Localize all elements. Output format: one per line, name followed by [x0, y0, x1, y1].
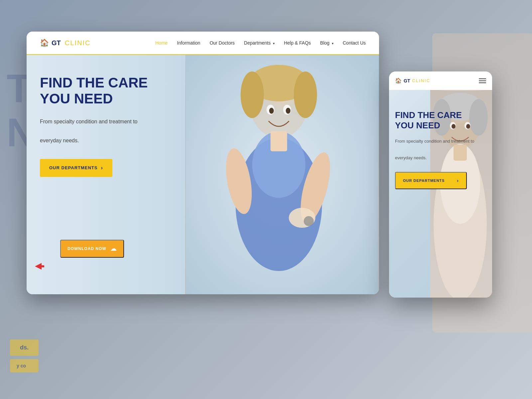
- mobile-cta-button[interactable]: OUR DEPARTMENTS ›: [395, 172, 467, 189]
- departments-chevron-icon: ▾: [273, 42, 275, 45]
- child-photo-inner: [185, 55, 379, 294]
- hero-title: FIND THE CARE YOU NEED: [40, 75, 166, 107]
- mobile-logo-brand-light: CLINIC: [412, 78, 430, 83]
- nav-item-help[interactable]: Help & FAQs: [284, 40, 311, 46]
- svg-point-15: [304, 216, 314, 226]
- mobile-cta-arrow-icon: ›: [457, 178, 459, 183]
- background-bottom: ds. y co: [10, 339, 39, 372]
- hamburger-line-2: [479, 80, 486, 81]
- child-svg: [185, 55, 379, 294]
- mobile-hero: FIND THE CARE YOU NEED From specialty co…: [389, 90, 492, 298]
- mobile-cta-label: OUR DEPARTMENTS: [403, 179, 445, 183]
- logo-home-icon: 🏠: [40, 39, 49, 47]
- nav-link-doctors[interactable]: Our Doctors: [209, 40, 234, 46]
- logo-brand-bold: GT: [52, 39, 61, 47]
- svg-point-3: [241, 71, 264, 118]
- nav-item-departments[interactable]: Departments ▾: [244, 40, 275, 46]
- nav-link-blog[interactable]: Blog ▾: [320, 40, 333, 46]
- nav-item-doctors[interactable]: Our Doctors: [209, 40, 234, 46]
- hero-subtitle: From specialty condition and treatment t…: [40, 117, 166, 146]
- nav-item-information[interactable]: Information: [177, 40, 200, 46]
- desktop-nav-links: Home Information Our Doctors Departments…: [155, 40, 366, 46]
- hero-content: FIND THE CARE YOU NEED From specialty co…: [40, 75, 166, 177]
- download-area: DOWNLOAD NOW ☁: [35, 258, 111, 276]
- desktop-logo[interactable]: 🏠 GT CLINIC: [40, 39, 90, 47]
- hamburger-line-3: [479, 82, 486, 83]
- desktop-navbar: 🏠 GT CLINIC Home Information Our Doctors…: [27, 32, 379, 55]
- desktop-browser-window: 🏠 GT CLINIC Home Information Our Doctors…: [27, 32, 379, 294]
- mobile-logo-brand-bold: GT: [404, 78, 410, 83]
- nav-link-departments[interactable]: Departments ▾: [244, 40, 275, 46]
- hero-cta-button[interactable]: OUR DEPARTMENTS ›: [40, 159, 112, 177]
- bg-hint-text: ds.: [10, 339, 39, 356]
- nav-link-information[interactable]: Information: [177, 40, 200, 46]
- download-button[interactable]: DOWNLOAD NOW ☁: [60, 240, 124, 258]
- mobile-logo-home-icon: 🏠: [395, 77, 402, 84]
- nav-item-home[interactable]: Home: [155, 40, 168, 46]
- hero-cta-label: OUR DEPARTMENTS: [49, 165, 97, 170]
- download-cloud-icon: ☁: [110, 245, 117, 252]
- hero-child-photo: [185, 55, 379, 294]
- logo-brand-light: CLINIC: [65, 39, 91, 47]
- hamburger-menu-icon[interactable]: [479, 78, 486, 83]
- mobile-hero-title: FIND THE CARE YOU NEED: [395, 110, 475, 131]
- nav-link-help[interactable]: Help & FAQs: [284, 40, 311, 46]
- mobile-hero-content: FIND THE CARE YOU NEED From specialty co…: [395, 110, 475, 189]
- mobile-device-window: 🏠 GT CLINIC: [389, 71, 492, 298]
- svg-rect-9: [271, 131, 287, 151]
- nav-item-blog[interactable]: Blog ▾: [320, 40, 333, 46]
- svg-point-13: [286, 108, 291, 114]
- nav-item-contact[interactable]: Contact Us: [343, 40, 366, 46]
- blog-chevron-icon: ▾: [332, 42, 333, 45]
- bg-hint-btn: y co: [10, 359, 39, 372]
- download-arrow-icon: [35, 263, 44, 271]
- nav-link-home[interactable]: Home: [155, 40, 168, 46]
- svg-marker-16: [35, 263, 44, 270]
- svg-point-12: [269, 108, 274, 114]
- hamburger-line-1: [479, 78, 486, 79]
- mobile-hero-subtitle: From specialty condition and treatment t…: [395, 137, 475, 162]
- mobile-navbar: 🏠 GT CLINIC: [389, 71, 492, 90]
- svg-point-4: [294, 71, 317, 118]
- mobile-logo[interactable]: 🏠 GT CLINIC: [395, 77, 479, 84]
- nav-link-contact[interactable]: Contact Us: [343, 40, 366, 46]
- cta-arrow-icon: ›: [101, 165, 103, 171]
- desktop-hero: FIND THE CARE YOU NEED From specialty co…: [27, 55, 379, 294]
- download-label: DOWNLOAD NOW: [67, 246, 106, 251]
